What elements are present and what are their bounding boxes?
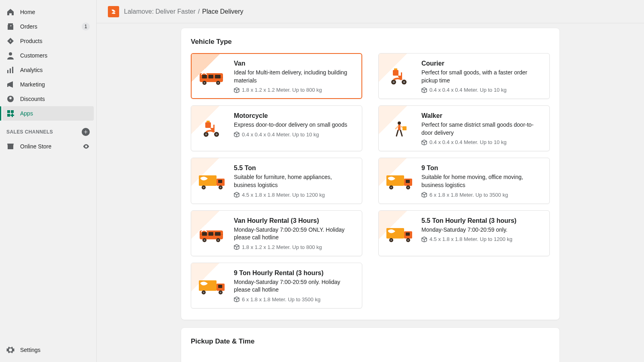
vehicle-spec-text: 6 x 1.8 x 1.8 Meter. Up to 3500 kg bbox=[429, 192, 508, 198]
main: Lalamove: Deliver Faster / Place Deliver… bbox=[97, 0, 644, 362]
vehicle-truck-icon bbox=[384, 217, 416, 250]
vehicle-spec-text: 6 x 1.8 x 1.8 Meter. Up to 3500 kg bbox=[242, 296, 320, 302]
nav-item-customers[interactable]: Customers bbox=[2, 48, 94, 63]
vehicle-name: Van bbox=[234, 60, 355, 67]
vehicle-spec-text: 0.4 x 0.4 x 0.4 Meter. Up to 10 kg bbox=[242, 132, 319, 138]
box-icon bbox=[421, 87, 427, 93]
box-icon bbox=[234, 87, 239, 93]
vehicle-option-9-ton[interactable]: 9 TonSuitable for home moving, office mo… bbox=[378, 158, 550, 204]
store-icon bbox=[6, 142, 14, 150]
vehicle-name: Van Hourly Rental (3 Hours) bbox=[234, 217, 355, 224]
nav-item-label: Orders bbox=[20, 23, 37, 30]
vehicle-body: 9 TonSuitable for home moving, office mo… bbox=[421, 165, 542, 197]
box-icon bbox=[234, 244, 239, 250]
nav-item-apps[interactable]: Apps bbox=[2, 106, 94, 121]
vehicle-name: 9 Ton bbox=[421, 165, 542, 172]
vehicle-van-icon bbox=[197, 217, 228, 250]
vehicle-spec-text: 1.8 x 1.2 x 1.2 Meter. Up to 800 kg bbox=[242, 87, 322, 93]
breadcrumb: Lalamove: Deliver Faster / Place Deliver… bbox=[124, 8, 244, 15]
nav-item-analytics[interactable]: Analytics bbox=[2, 63, 94, 77]
pickup-title: Pickup Date & Time bbox=[191, 337, 550, 346]
vehicle-option-5-5-ton[interactable]: 5.5 TonSuitable for furniture, home appl… bbox=[191, 158, 362, 204]
vehicle-spec: 0.4 x 0.4 x 0.4 Meter. Up to 10 kg bbox=[421, 87, 542, 93]
vehicle-spec-text: 4.5 x 1.8 x 1.8 Meter. Up to 1200 kg bbox=[429, 236, 512, 242]
vehicle-desc: Monday-Saturday 7:00-20:59 only. bbox=[421, 226, 542, 234]
discounts-icon bbox=[6, 95, 14, 103]
vehicle-name: 5.5 Ton bbox=[234, 165, 355, 172]
channel-label: Online Store bbox=[20, 143, 52, 150]
products-icon bbox=[6, 37, 14, 45]
gear-icon bbox=[6, 346, 14, 354]
nav-item-label: Customers bbox=[20, 52, 47, 59]
customers-icon bbox=[6, 51, 14, 60]
vehicle-body: WalkerPerfect for same district small go… bbox=[421, 112, 542, 145]
home-icon bbox=[6, 8, 14, 16]
vehicle-option-motorcycle[interactable]: MotorcycleExpress door-to-door delivery … bbox=[191, 105, 362, 151]
vehicle-scooter-icon bbox=[384, 60, 416, 93]
apps-icon bbox=[6, 109, 14, 117]
marketing-icon bbox=[6, 80, 14, 88]
vehicle-name: 5.5 Ton Hourly Rental (3 hours) bbox=[421, 217, 542, 224]
box-icon bbox=[421, 140, 427, 145]
vehicle-body: 5.5 TonSuitable for furniture, home appl… bbox=[234, 165, 355, 197]
vehicle-desc: Express door-to-door delivery on small g… bbox=[234, 121, 355, 129]
settings-label: Settings bbox=[20, 347, 41, 353]
add-channel-button[interactable] bbox=[82, 128, 90, 136]
box-icon bbox=[234, 132, 239, 137]
vehicle-spec: 0.4 x 0.4 x 0.4 Meter. Up to 10 kg bbox=[234, 132, 355, 138]
vehicle-name: Courier bbox=[421, 60, 542, 67]
vehicle-type-title: Vehicle Type bbox=[191, 38, 550, 46]
vehicle-body: CourierPerfect for small goods, with a f… bbox=[421, 60, 542, 93]
box-icon bbox=[421, 192, 427, 197]
sales-channels-header: SALES CHANNELS bbox=[0, 121, 96, 139]
nav-item-marketing[interactable]: Marketing bbox=[2, 77, 94, 92]
vehicle-desc: Suitable for furniture, home appliances,… bbox=[234, 173, 355, 189]
vehicle-option-courier[interactable]: CourierPerfect for small goods, with a f… bbox=[378, 53, 550, 99]
view-store-icon[interactable] bbox=[83, 143, 90, 150]
channel-online-store[interactable]: Online Store bbox=[0, 139, 96, 154]
vehicle-spec: 6 x 1.8 x 1.8 Meter. Up to 3500 kg bbox=[421, 192, 542, 198]
content-scroll[interactable]: Vehicle Type VanIdeal for Multi-item del… bbox=[97, 23, 644, 362]
app-logo-icon bbox=[108, 6, 119, 17]
vehicle-type-card: Vehicle Type VanIdeal for Multi-item del… bbox=[181, 28, 559, 320]
vehicle-option-5-5-ton-hourly-rental-3-hours-[interactable]: 5.5 Ton Hourly Rental (3 hours)Monday-Sa… bbox=[378, 210, 550, 256]
box-icon bbox=[234, 296, 239, 302]
vehicle-truck-icon bbox=[197, 269, 228, 302]
vehicle-body: Van Hourly Rental (3 Hours)Monday-Saturd… bbox=[234, 217, 355, 250]
vehicle-desc: Monday-Saturday 7:00-20:59 only. Holiday… bbox=[234, 278, 355, 294]
nav-item-label: Analytics bbox=[20, 67, 43, 73]
vehicle-desc: Monday-Saturday 7:00-20:59 ONLY. Holiday… bbox=[234, 226, 355, 242]
nav-item-discounts[interactable]: Discounts bbox=[2, 92, 94, 106]
vehicle-spec: 0.4 x 0.4 x 0.4 Meter. Up to 10 kg bbox=[421, 139, 542, 145]
nav-item-products[interactable]: Products bbox=[2, 34, 94, 48]
vehicle-name: Walker bbox=[421, 112, 542, 119]
vehicle-spec-text: 4.5 x 1.8 x 1.8 Meter. Up to 1200 kg bbox=[242, 192, 325, 198]
vehicle-desc: Ideal for Multi-item delivery, including… bbox=[234, 69, 355, 84]
breadcrumb-page: Place Delivery bbox=[202, 8, 243, 15]
vehicle-option-9-ton-hourly-rental-3-hours-[interactable]: 9 Ton Hourly Rental (3 hours)Monday-Satu… bbox=[191, 263, 362, 309]
sidebar: HomeOrders1ProductsCustomersAnalyticsMar… bbox=[0, 0, 97, 362]
vehicle-spec-text: 1.8 x 1.2 x 1.2 Meter. Up to 800 kg bbox=[242, 244, 322, 250]
vehicle-body: MotorcycleExpress door-to-door delivery … bbox=[234, 112, 355, 145]
settings-link[interactable]: Settings bbox=[0, 340, 96, 362]
vehicle-option-van-hourly-rental-3-hours-[interactable]: Van Hourly Rental (3 Hours)Monday-Saturd… bbox=[191, 210, 362, 256]
vehicle-spec: 1.8 x 1.2 x 1.2 Meter. Up to 800 kg bbox=[234, 87, 355, 93]
vehicle-spec: 4.5 x 1.8 x 1.8 Meter. Up to 1200 kg bbox=[234, 192, 355, 198]
vehicle-desc: Perfect for same district small goods do… bbox=[421, 121, 542, 137]
nav-item-home[interactable]: Home bbox=[2, 5, 94, 19]
channels-list: Online Store bbox=[0, 139, 96, 154]
pickup-card: Pickup Date & Time bbox=[181, 328, 559, 362]
vehicle-option-walker[interactable]: WalkerPerfect for same district small go… bbox=[378, 105, 550, 151]
nav-item-orders[interactable]: Orders1 bbox=[2, 19, 94, 34]
vehicle-spec: 6 x 1.8 x 1.8 Meter. Up to 3500 kg bbox=[234, 296, 355, 302]
vehicle-body: VanIdeal for Multi-item delivery, includ… bbox=[234, 60, 355, 93]
breadcrumb-app[interactable]: Lalamove: Deliver Faster bbox=[124, 8, 196, 15]
vehicle-van-icon bbox=[197, 60, 228, 93]
analytics-icon bbox=[6, 66, 14, 74]
vehicle-body: 9 Ton Hourly Rental (3 hours)Monday-Satu… bbox=[234, 269, 355, 302]
vehicle-option-van[interactable]: VanIdeal for Multi-item delivery, includ… bbox=[191, 53, 362, 99]
vehicle-spec-text: 0.4 x 0.4 x 0.4 Meter. Up to 10 kg bbox=[429, 87, 507, 93]
vehicle-truck-icon bbox=[197, 165, 228, 197]
nav-item-label: Marketing bbox=[20, 81, 45, 88]
vehicle-scooter-icon bbox=[197, 112, 228, 145]
